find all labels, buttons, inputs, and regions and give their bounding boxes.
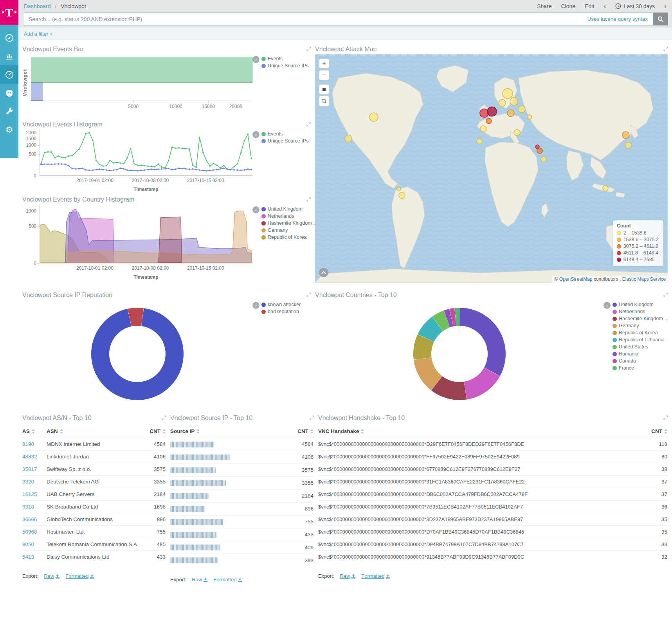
attack-bubble[interactable]: 2 – 1538.6 [625,142,631,148]
data-point[interactable] [161,166,162,168]
data-point[interactable] [171,146,173,148]
expand-icon[interactable] [663,415,668,422]
sidebar-item-timelion[interactable] [0,84,18,102]
data-point[interactable] [85,169,86,171]
expand-icon[interactable] [162,415,166,422]
draw-bounds-button[interactable] [319,96,329,106]
sort-icon[interactable] [32,429,35,434]
as-number-link[interactable]: 5413 [22,554,34,560]
data-point[interactable] [54,163,56,165]
data-point[interactable] [195,169,197,170]
attack-bubble[interactable]: 2 – 1538.6 [345,135,352,142]
data-point[interactable] [92,139,94,141]
data-point[interactable] [237,163,238,164]
data-point[interactable] [202,170,204,171]
data-point[interactable] [113,169,114,171]
data-point[interactable] [68,165,69,166]
attack-map[interactable]: 2 – 1538.62 – 1538.62 – 1538.62 – 1538.6… [315,54,668,283]
attack-bubble[interactable]: 2 – 1538.6 [480,126,486,132]
fit-bounds-button[interactable] [319,84,329,94]
data-point[interactable] [61,157,63,158]
legend-item[interactable]: United Kingdom [261,206,317,212]
legend-item[interactable]: Republic of Korea [261,234,317,240]
data-point[interactable] [240,170,242,171]
legend-item[interactable]: Unique Source IPs [261,138,308,144]
legend-toggle-icon[interactable]: › [252,56,259,63]
zoom-in-button[interactable]: + [319,58,329,69]
sort-icon[interactable] [60,429,63,434]
sidebar-item-visualize[interactable] [0,47,18,65]
data-point[interactable] [182,148,183,149]
column-header-cnt[interactable]: CNT [148,425,166,438]
attack-bubble[interactable]: 6148.4 – 7685 [487,107,497,116]
attack-bubble[interactable]: 2 – 1538.6 [527,115,532,119]
as-number-link[interactable]: 16125 [22,491,37,497]
data-point[interactable] [140,164,142,166]
edit-button[interactable]: Edit [585,3,594,9]
export-raw-link[interactable]: Raw [44,573,60,579]
data-point[interactable] [223,165,225,166]
data-point[interactable] [68,155,69,157]
map-collapse-button[interactable] [319,268,328,277]
data-point[interactable] [106,169,107,171]
attack-bubble[interactable]: 2 – 1538.6 [603,186,608,191]
data-point[interactable] [168,168,169,170]
legend-toggle-icon[interactable]: › [252,302,259,309]
data-point[interactable] [223,168,225,169]
data-point[interactable] [95,169,97,171]
data-point[interactable] [154,169,156,171]
attack-bubble[interactable]: 2 – 1538.6 [541,157,546,162]
data-point[interactable] [123,162,124,164]
data-point[interactable] [133,163,135,164]
data-point[interactable] [192,164,193,166]
attack-bubble[interactable]: 1538.6 – 3075.2 [622,132,629,139]
data-point[interactable] [189,168,190,170]
expand-icon[interactable] [306,196,311,203]
data-point[interactable] [244,169,245,171]
data-point[interactable] [137,170,139,171]
column-header-as[interactable]: AS [22,425,47,438]
data-point[interactable] [109,170,111,171]
data-point[interactable] [126,157,128,159]
data-point[interactable] [147,169,149,171]
data-point[interactable] [140,170,142,171]
zoom-out-button[interactable]: − [319,70,329,80]
share-button[interactable]: Share [537,3,551,9]
export-formatted-link[interactable]: Formatted [361,573,390,579]
attack-bubble[interactable]: 2 – 1538.6 [499,99,506,106]
data-point[interactable] [88,170,90,171]
data-point[interactable] [120,168,121,169]
data-point[interactable] [157,163,159,165]
legend-toggle-icon[interactable]: › [604,302,611,309]
data-point[interactable] [47,163,49,165]
data-point[interactable] [202,151,204,153]
data-point[interactable] [71,168,73,170]
attack-bubble[interactable]: 2 – 1538.6 [503,88,513,99]
donut-slice-united-kingdom[interactable]: United Kingdom: 33% [459,308,506,376]
data-point[interactable] [50,151,52,153]
data-point[interactable] [144,169,145,171]
expand-icon[interactable] [663,46,668,53]
export-raw-link[interactable]: Raw [340,573,356,579]
as-number-link[interactable]: 3320 [22,479,34,485]
sort-icon[interactable] [361,429,364,434]
legend-item[interactable]: bad reputation [261,309,301,314]
as-number-link[interactable]: 36666 [22,516,37,522]
attack-bubble[interactable]: 3075.2 – 4611.8 [486,118,492,124]
as-number-link[interactable]: 8190 [22,441,34,447]
legend-item[interactable]: Events [261,131,308,137]
clone-button[interactable]: Clone [561,3,576,9]
attack-bubble[interactable]: 2 – 1538.6 [369,113,378,121]
lucene-syntax-link[interactable]: Uses lucene query syntax [587,16,653,22]
data-point[interactable] [195,166,197,168]
attack-bubble[interactable]: 2 – 1538.6 [397,187,401,191]
sidebar-item-discover[interactable] [0,29,18,47]
data-point[interactable] [230,169,231,171]
data-point[interactable] [189,148,190,150]
data-point[interactable] [240,151,242,153]
data-point[interactable] [199,137,200,138]
data-point[interactable] [175,148,176,149]
data-point[interactable] [216,164,218,166]
data-point[interactable] [185,148,187,150]
sidebar-item-management[interactable]: ⚙ [0,121,18,139]
